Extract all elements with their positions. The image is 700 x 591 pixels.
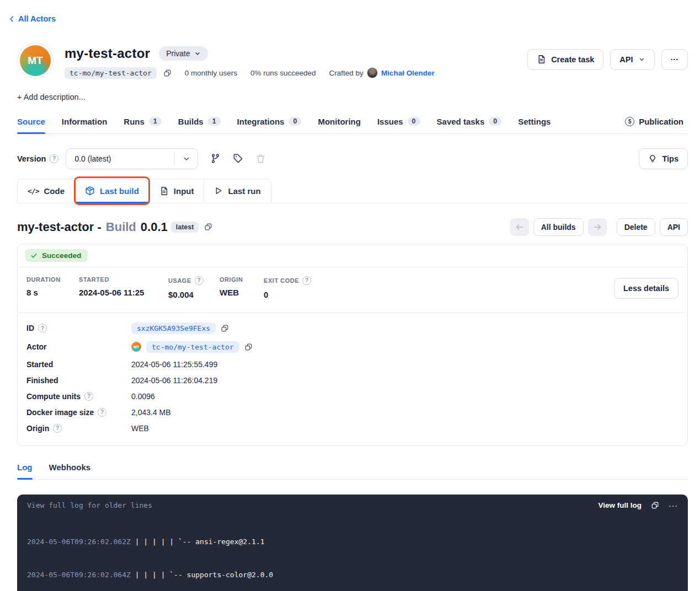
build-id-pill[interactable]: sxzKGK5A93Se9FExs — [131, 323, 216, 334]
subtab-code[interactable]: </> Code — [17, 179, 75, 203]
detail-value-finished: 2024-05-06 11:26:04.219 — [131, 376, 678, 385]
subtab-label: Last build — [100, 186, 139, 196]
copy-handle-icon[interactable] — [163, 69, 172, 77]
version-select-value: 0.0 (latest) — [66, 154, 174, 163]
stat-label: DURATION — [26, 276, 61, 283]
tips-button[interactable]: Tips — [639, 148, 688, 169]
copy-build-icon[interactable] — [204, 223, 212, 231]
version-select[interactable]: 0.0 (latest) — [66, 148, 198, 169]
page-title: my-test-actor — [65, 46, 150, 61]
check-icon — [30, 252, 38, 259]
log-more-button[interactable]: ··· — [669, 501, 678, 510]
detail-value-compute-units: 0.0096 — [131, 392, 678, 401]
tab-source[interactable]: Source — [17, 114, 45, 133]
tab-label: Monitoring — [318, 117, 360, 126]
tab-settings[interactable]: Settings — [518, 114, 551, 133]
view-full-log-button[interactable]: View full log — [598, 501, 642, 509]
build-log-panel: View full log for older lines View full … — [17, 495, 688, 591]
help-icon[interactable]: ? — [195, 276, 204, 285]
log-header: View full log for older lines View full … — [17, 495, 688, 512]
subtab-last-build[interactable]: Last build — [74, 179, 149, 203]
detail-label-compute-units: Compute units ? — [26, 392, 131, 401]
help-icon[interactable]: ? — [53, 424, 62, 433]
log-lines: 2024-05-06T09:26:02.062Z | | | | | `-- a… — [17, 512, 688, 591]
tips-label: Tips — [662, 154, 678, 163]
actor-title-block: my-test-actor Private tc-mo/my-test-acto… — [65, 42, 435, 79]
tab-log[interactable]: Log — [17, 459, 33, 479]
build-api-button[interactable]: API — [660, 218, 688, 236]
subtab-last-run[interactable]: Last run — [204, 179, 271, 203]
detail-label-origin: Origin ? — [26, 424, 131, 433]
stat-duration: DURATION 8 s — [26, 276, 79, 297]
tab-count-badge: 0 — [408, 117, 420, 126]
help-icon[interactable]: ? — [38, 324, 47, 332]
build-details-grid: ID ? sxzKGK5A93Se9FExs Actor MT tc-mo/my… — [18, 313, 687, 445]
build-version: 0.0.1 — [141, 220, 168, 234]
prev-build-button[interactable] — [510, 218, 529, 236]
git-branch-icon[interactable] — [210, 153, 221, 164]
publication-link[interactable]: $ Publication — [625, 117, 683, 130]
tab-information[interactable]: Information — [62, 114, 108, 133]
delete-build-button[interactable]: Delete — [617, 218, 655, 236]
next-build-button[interactable] — [588, 218, 607, 236]
help-icon[interactable]: ? — [50, 154, 58, 163]
api-dropdown-button[interactable]: API — [610, 49, 654, 70]
tab-issues[interactable]: Issues0 — [377, 114, 420, 133]
tab-runs[interactable]: Runs1 — [124, 114, 161, 133]
tab-count-badge: 0 — [489, 117, 501, 126]
view-older-lines-link[interactable]: View full log for older lines — [27, 501, 152, 509]
all-builds-button[interactable]: All builds — [533, 218, 584, 236]
stat-value: 0 — [264, 290, 311, 299]
document-icon — [537, 55, 546, 64]
lightbulb-icon — [648, 154, 657, 163]
document-icon — [159, 186, 169, 196]
stat-origin: ORIGIN WEB — [220, 276, 264, 297]
help-icon[interactable]: ? — [98, 408, 106, 417]
dollar-circle-icon: $ — [625, 117, 634, 126]
copy-id-icon[interactable] — [221, 324, 229, 332]
help-icon[interactable]: ? — [302, 276, 311, 285]
create-task-button[interactable]: Create task — [527, 49, 603, 70]
log-text: | | | | | `-- ansi-regex@2.1.1 — [131, 538, 265, 546]
tab-integrations[interactable]: Integrations0 — [237, 114, 302, 133]
chevron-down-icon — [638, 56, 645, 63]
tab-webhooks[interactable]: Webhooks — [49, 459, 91, 479]
actor-build-page: All Actors MT my-test-actor Private — [0, 0, 700, 591]
more-actions-button[interactable]: ··· — [661, 49, 688, 70]
tab-label: Issues — [377, 117, 403, 126]
less-details-button[interactable]: Less details — [614, 278, 678, 299]
add-description-button[interactable]: + Add description... — [17, 93, 86, 101]
visibility-dropdown[interactable]: Private — [159, 46, 208, 61]
ellipsis-icon: ··· — [671, 55, 679, 64]
help-icon[interactable]: ? — [84, 392, 93, 401]
tab-monitoring[interactable]: Monitoring — [318, 114, 360, 133]
detail-label: Compute units — [26, 392, 81, 401]
tab-builds[interactable]: Builds1 — [178, 114, 221, 133]
chevron-down-icon — [194, 50, 201, 57]
stat-value: WEB — [220, 288, 264, 297]
tab-saved-tasks[interactable]: Saved tasks0 — [437, 114, 502, 133]
latest-badge: latest — [171, 222, 199, 233]
monthly-users-stat: 0 monthly users — [185, 69, 237, 77]
copy-actor-icon[interactable] — [244, 343, 253, 351]
all-actors-link[interactable]: All Actors — [8, 14, 56, 23]
subtab-label: Input — [174, 186, 194, 196]
actor-link-pill[interactable]: tc-mo/my-test-actor — [146, 341, 239, 353]
detail-value-origin: WEB — [131, 424, 678, 433]
trash-icon[interactable] — [255, 153, 266, 164]
copy-log-icon[interactable] — [651, 501, 659, 509]
tag-icon[interactable] — [233, 153, 243, 164]
detail-label-docker-size: Docker image size ? — [26, 408, 131, 417]
build-detail-card: Succeeded DURATION 8 s STARTED 2024-05-0… — [17, 244, 688, 446]
stat-value: 8 s — [26, 288, 79, 297]
detail-label: Actor — [26, 342, 47, 351]
breadcrumb: All Actors — [0, 0, 700, 25]
detail-label: Docker image size — [26, 408, 94, 417]
build-title: my-test-actor - Build 0.0.1 — [17, 220, 168, 234]
runs-succeeded-stat: 0% runs succeeded — [250, 69, 316, 77]
subtab-input[interactable]: Input — [149, 179, 205, 203]
detail-label-id: ID ? — [26, 324, 131, 332]
log-text: | | | | `-- supports-color@2.0.0 — [131, 571, 273, 579]
detail-value-docker-size: 2,043.4 MB — [131, 408, 678, 417]
author-link[interactable]: Michał Olender — [381, 69, 435, 77]
